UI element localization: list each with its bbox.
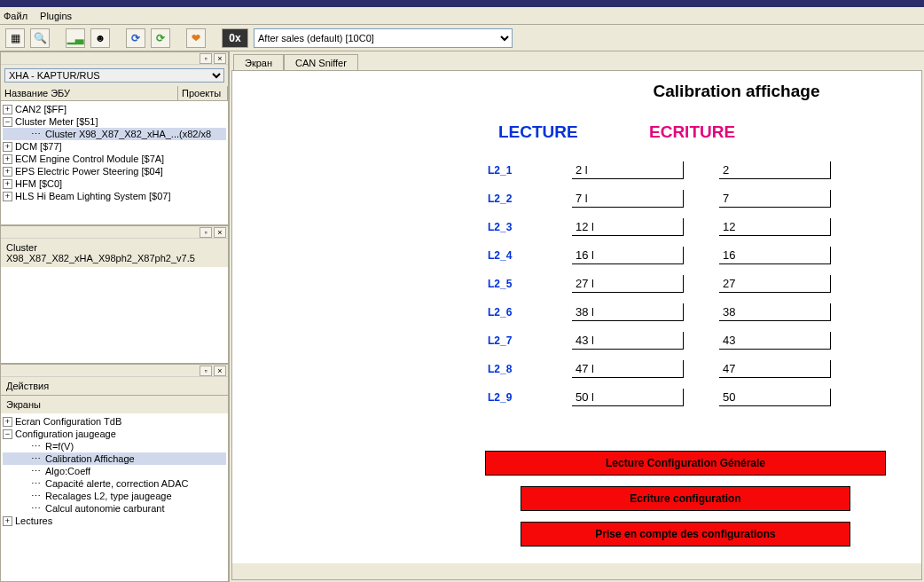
tree-connector-icon: ⋯ [31, 502, 43, 515]
expand-icon[interactable]: + [3, 154, 12, 164]
tree-connector-icon: ⋯ [31, 490, 43, 502]
content-scrollbar[interactable] [232, 563, 921, 579]
tree-connector-icon: ⋯ [31, 465, 43, 477]
expand-icon[interactable]: + [3, 516, 12, 526]
ecriture-input[interactable] [719, 190, 831, 208]
panel-detach-icon[interactable]: ▫ [200, 227, 212, 238]
ecriture-input[interactable] [719, 389, 831, 406]
tree-item-label: HLS Hi Beam Lighting System [$07] [15, 190, 170, 202]
row-label: L2_2 [488, 193, 572, 205]
lecture-input[interactable] [572, 332, 684, 350]
tree-item[interactable]: +CAN2 [$FF] [3, 103, 226, 115]
tab-screen[interactable]: Экран [233, 54, 284, 71]
play-icon[interactable]: ⟳ [151, 28, 170, 48]
row-label: L2_4 [488, 249, 572, 262]
tree-item[interactable]: ⋯Capacité alerte, correction ADAC [3, 477, 226, 490]
lecture-config-button[interactable]: Lecture Configuration Générale [485, 451, 886, 476]
refresh-icon[interactable]: ⟳ [126, 28, 145, 48]
ecriture-input[interactable] [719, 218, 831, 236]
ecriture-input[interactable] [719, 161, 831, 179]
chart-icon[interactable]: ▁▃ [66, 28, 85, 48]
col-projects[interactable]: Проекты [178, 86, 228, 100]
menubar: Файл Plugins [0, 7, 924, 25]
tree-item[interactable]: ⋯Recalages L2, type jaugeage [3, 490, 226, 502]
row-label: L2_6 [488, 306, 572, 319]
tree-item[interactable]: +DCM [$77] [3, 140, 226, 153]
ecriture-input[interactable] [719, 247, 831, 264]
panel-close-icon[interactable]: × [214, 366, 226, 376]
menu-plugins[interactable]: Plugins [40, 11, 72, 21]
lecture-input[interactable] [572, 389, 684, 406]
tree-item-label: HFM [$C0] [15, 177, 62, 190]
face-icon[interactable]: ☻ [90, 28, 110, 48]
tree-item[interactable]: +ECM Engine Control Module [$7A] [3, 153, 226, 165]
lecture-input[interactable] [572, 247, 684, 264]
vehicle-select[interactable]: XHA - KAPTUR/RUS [4, 68, 224, 83]
tree-item[interactable]: ⋯Algo:Coeff [3, 465, 226, 477]
lecture-input[interactable] [572, 218, 684, 236]
expand-icon[interactable]: + [3, 179, 12, 189]
expand-icon[interactable]: − [3, 117, 12, 127]
tree-item[interactable]: −Configuration jaugeage [3, 428, 226, 440]
tree-item[interactable]: +HLS Hi Beam Lighting System [$07] [3, 190, 226, 202]
data-row: L2_6 [268, 303, 886, 321]
tree-item[interactable]: +EPS Electric Power Steering [$04] [3, 165, 226, 177]
tree-item-label: ECM Engine Control Module [$7A] [15, 153, 164, 165]
tree-item[interactable]: ⋯Calibration Affichage [3, 452, 226, 465]
hex-button[interactable]: 0x [222, 28, 248, 48]
row-label: L2_5 [488, 278, 572, 290]
tree-item-label: DCM [$77] [15, 140, 62, 153]
tree-connector-icon: ⋯ [31, 452, 43, 465]
search-icon[interactable]: 🔍 [30, 28, 50, 48]
ecriture-config-button[interactable]: Ecriture configuration [521, 486, 850, 511]
tree-connector-icon: ⋯ [31, 477, 43, 490]
panel-close-icon[interactable]: × [214, 227, 226, 238]
toolbar: ▦ 🔍 ▁▃ ☻ ⟳ ⟳ ❤ 0x After sales (default) … [0, 25, 924, 51]
ecriture-input[interactable] [719, 360, 831, 378]
ecu-grid-header: Название ЭБУ Проекты [1, 86, 228, 101]
panel-detach-icon[interactable]: ▫ [200, 366, 212, 376]
tree-item-label: CAN2 [$FF] [15, 103, 67, 115]
panel-detach-icon[interactable]: ▫ [200, 53, 212, 64]
tree-item[interactable]: +HFM [$C0] [3, 177, 226, 190]
tree-item[interactable]: ⋯R=f(V) [3, 440, 226, 452]
prise-compte-button[interactable]: Prise en compte des configurations [521, 522, 850, 547]
expand-icon[interactable]: − [3, 429, 12, 439]
actions-label: Действия [1, 377, 228, 395]
ecriture-input[interactable] [719, 303, 831, 321]
expand-icon[interactable]: + [3, 167, 12, 177]
ecriture-input[interactable] [719, 332, 831, 350]
tree-item-label: Calcul autonomie carburant [45, 502, 165, 515]
menu-file[interactable]: Файл [4, 11, 27, 21]
tree-item[interactable]: ⋯Calcul autonomie carburant [3, 502, 226, 515]
tree-item[interactable]: ⋯Cluster X98_X87_X82_xHA_... (x82/x8 [3, 128, 226, 140]
expand-icon[interactable]: + [3, 142, 12, 152]
data-row: L2_9 [268, 389, 886, 406]
lecture-input[interactable] [572, 303, 684, 321]
lecture-input[interactable] [572, 275, 684, 293]
panel-close-icon[interactable]: × [214, 53, 226, 64]
row-label: L2_1 [488, 164, 572, 177]
row-label: L2_9 [488, 391, 572, 404]
session-select[interactable]: After sales (default) [10C0] [254, 28, 513, 48]
expand-icon[interactable]: + [3, 192, 12, 201]
titlebar [0, 0, 924, 7]
data-row: L2_1 [268, 161, 886, 179]
expand-icon[interactable]: + [3, 417, 12, 427]
lecture-input[interactable] [572, 161, 684, 179]
ecriture-input[interactable] [719, 275, 831, 293]
page-title: Calibration affichage [587, 82, 886, 101]
qr-icon[interactable]: ▦ [5, 28, 25, 48]
left-sidebar: ▫ × XHA - KAPTUR/RUS Название ЭБУ Проект… [0, 51, 230, 582]
tab-cansniffer[interactable]: CAN Sniffer [284, 54, 358, 71]
lecture-input[interactable] [572, 190, 684, 208]
tree-item[interactable]: +Lectures [3, 515, 226, 527]
lecture-header: LECTURE [498, 122, 649, 142]
tree-item[interactable]: −Cluster Meter [$51] [3, 115, 226, 128]
expand-icon[interactable]: + [3, 105, 12, 114]
row-label: L2_8 [488, 363, 572, 375]
heart-icon[interactable]: ❤ [186, 28, 206, 48]
col-name[interactable]: Название ЭБУ [1, 86, 178, 100]
lecture-input[interactable] [572, 360, 684, 378]
tree-item[interactable]: +Ecran Configuration TdB [3, 415, 226, 428]
